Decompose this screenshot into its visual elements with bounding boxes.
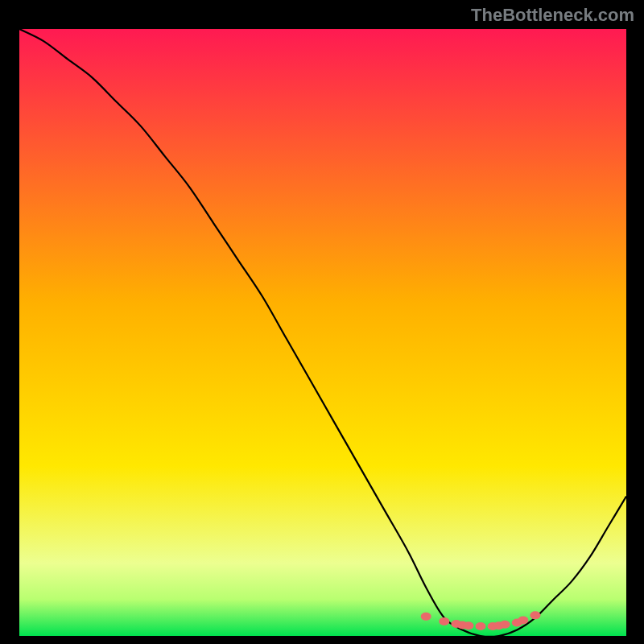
gradient-background [19,29,626,636]
watermark-text: TheBottleneck.com [471,5,634,26]
curve-marker [530,611,540,619]
chart-frame [19,29,626,636]
curve-marker [476,622,486,630]
bottleneck-curve-chart [19,29,626,636]
curve-marker [500,621,510,629]
curve-marker [463,621,473,630]
curve-marker [518,616,528,624]
curve-marker [439,617,449,625]
curve-marker [421,613,431,621]
